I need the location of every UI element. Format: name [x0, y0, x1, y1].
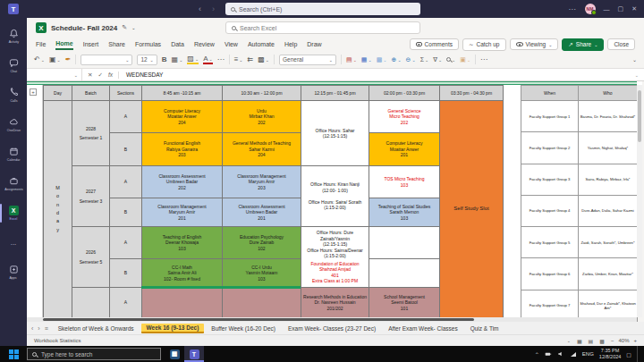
schedule-cell[interactable] — [223, 288, 301, 318]
confirm-entry-icon[interactable]: ✓ — [97, 72, 102, 79]
tab-share[interactable]: Share — [108, 39, 125, 49]
batch-cell-2026[interactable]: 2026Semester 5 — [72, 227, 110, 288]
schedule-cell[interactable]: Education Psychology Dure Zainab 102 — [223, 227, 301, 259]
schedule-cell[interactable]: General Methods of Teaching Sahar Kazmi … — [223, 133, 301, 166]
schedule-cell[interactable]: Teaching of English Deenar Khowaja 103 — [142, 227, 223, 259]
support-names-cell[interactable]: Basma, Dr. Fouzia, Dr. Shahzad* — [579, 101, 638, 132]
support-names-cell[interactable]: Saira, Rabiya, Mirbaz, Irfa* — [579, 164, 638, 196]
formula-value[interactable]: WEDNESDAY — [119, 72, 163, 78]
schedule-cell[interactable] — [369, 227, 440, 259]
schedule-cell[interactable]: Classroom Management Maryum Amir 201 — [142, 198, 223, 227]
notification-icon[interactable]: ▢ — [626, 351, 631, 358]
schedule-cell[interactable]: Teaching of Social Studies Sarath Memon … — [369, 198, 440, 227]
close-window-button[interactable]: ✕ — [631, 5, 637, 13]
font-size-select[interactable]: 12⌄ — [137, 55, 157, 65]
support-group-cell[interactable]: Faculty Support Group 1 — [521, 101, 579, 132]
file-name[interactable]: Schedule- Fall 2024 — [51, 24, 117, 32]
tab-view[interactable]: View — [225, 39, 238, 49]
excel-search-input[interactable]: Search Excel — [225, 21, 420, 34]
titlebar-more-icon[interactable]: ⋯ — [569, 5, 577, 13]
catch-up-button[interactable]: ∼Catch up — [462, 38, 505, 51]
format-as-table-button[interactable]: ▦⌄ — [361, 56, 372, 63]
normal-view-icon[interactable]: ▦ — [577, 338, 582, 344]
start-button[interactable] — [9, 349, 19, 359]
sheet-tab-after-exam[interactable]: After Exam Week- Classes — [383, 324, 463, 333]
office-hours-cell[interactable]: Office Hours: Dure Zainab/Yasmin (12:15-… — [301, 227, 369, 288]
fill-color-button[interactable]: ▨⌄ — [187, 55, 199, 64]
collapse-ribbon-button[interactable]: ⌄ — [632, 56, 637, 63]
font-color-button[interactable]: A⌄ — [203, 55, 213, 64]
conditional-formatting-button[interactable]: ▤⌄ — [346, 56, 357, 63]
insert-cells-button[interactable]: ⊕⌄ — [392, 56, 402, 63]
taskbar-teams-icon[interactable]: T — [184, 346, 204, 362]
self-study-cell[interactable]: Self Study Slot — [440, 101, 504, 318]
section-cell[interactable]: B — [110, 198, 142, 227]
sidebar-item-chat[interactable]: Chat — [0, 51, 27, 80]
schedule-cell[interactable]: TOS Micro Teaching 103 — [369, 166, 440, 198]
zoom-level[interactable]: 40% — [618, 338, 629, 343]
zoom-in-button[interactable]: + — [633, 338, 637, 343]
sidebar-item-assignments[interactable]: Assignments — [0, 169, 27, 198]
taskbar-search-input[interactable]: Type here to search — [27, 348, 161, 360]
tab-data[interactable]: Data — [171, 39, 184, 49]
tab-automate[interactable]: Automate — [248, 39, 275, 49]
sheet-nav-left-icon[interactable]: ‹ — [31, 325, 33, 332]
tab-insert[interactable]: Insert — [83, 39, 99, 49]
language-indicator[interactable]: ENG — [582, 351, 594, 357]
align-button[interactable]: ≡⌄ — [234, 55, 243, 63]
delete-cells-button[interactable]: ⊖⌄ — [406, 56, 416, 63]
schedule-cell[interactable] — [369, 259, 440, 288]
close-file-button[interactable]: Close — [607, 38, 635, 50]
tab-review[interactable]: Review — [194, 39, 215, 49]
cancel-entry-icon[interactable]: ✕ — [88, 72, 92, 79]
cell-styles-button[interactable]: ▩⌄ — [377, 56, 387, 63]
section-cell[interactable]: B — [110, 259, 142, 288]
section-cell[interactable]: A — [110, 227, 142, 259]
name-box[interactable]: ⌄ — [27, 69, 82, 80]
taskbar-app-icon[interactable]: ▩ — [165, 346, 184, 362]
section-cell[interactable]: A — [110, 101, 142, 133]
outline-expand-button[interactable]: + — [30, 88, 37, 96]
sheet-tab-exam-week[interactable]: Exam Week- Classes (23-27 Dec) — [283, 324, 381, 333]
all-sheets-icon[interactable]: ≡ — [45, 325, 48, 332]
support-group-cell[interactable]: Faculty Support Group 3 — [521, 164, 579, 196]
status-dropdown-icon[interactable]: ⌄ — [567, 338, 571, 343]
vertical-scrollbar[interactable] — [637, 85, 642, 317]
comments-button[interactable]: Comments — [410, 38, 459, 50]
office-hours-cell[interactable]: Office Hours: Sahar (12:15-1:15) — [301, 101, 369, 166]
schedule-cell[interactable]: CC-I Math Saima Amir Ali 102- Room # fix… — [142, 259, 223, 288]
tab-formulas[interactable]: Formulas — [135, 39, 161, 49]
workbook-statistics-button[interactable]: Workbook Statistics — [34, 338, 81, 343]
sidebar-item-more[interactable]: ... — [0, 228, 27, 257]
nav-forward-icon[interactable]: › — [212, 4, 215, 13]
day-cell-monday[interactable]: M o n d a y — [44, 101, 72, 318]
tab-file[interactable]: File — [36, 39, 46, 49]
taskbar-clock[interactable]: 7:35 PM 12/8/2024 — [599, 348, 621, 360]
support-group-cell[interactable]: Faculty Support Group 4 — [521, 196, 579, 227]
support-group-cell[interactable]: Faculty Support Group 6 — [521, 258, 579, 290]
horizontal-scrollbar-thumb[interactable] — [43, 318, 474, 321]
sheet-tab-week16[interactable]: Week 16 (9-13 Dec) — [141, 324, 205, 333]
sidebar-item-apps[interactable]: Apps — [0, 257, 27, 287]
support-group-cell[interactable]: Faculty Support Group 2 — [521, 132, 579, 164]
bold-button[interactable]: B — [162, 55, 167, 63]
tab-draw[interactable]: Draw — [307, 39, 321, 49]
schedule-cell[interactable]: Functional English Rabiya Ganatra 203 — [142, 133, 223, 166]
support-names-cell[interactable]: Dure-Adan, Dalia, Sahar Kazmi — [579, 196, 638, 227]
schedule-cell[interactable]: Classroom Assessment Umbreen Badar 202 — [142, 166, 223, 198]
share-button[interactable]: ↗Share⌄ — [562, 38, 604, 51]
support-names-cell[interactable]: Yasmin, Nighat, Shafaq* — [579, 132, 638, 164]
sidebar-item-activity[interactable]: Activity — [0, 21, 27, 51]
batch-cell-partial[interactable] — [72, 288, 110, 318]
tab-home[interactable]: Home — [55, 38, 72, 50]
sidebar-item-excel[interactable]: X Excel — [0, 198, 27, 228]
format-painter-button[interactable]: ✒ — [65, 55, 72, 63]
sheet-tab-skeleton[interactable]: Skeleton of Week & Onwards — [53, 324, 140, 333]
nav-back-icon[interactable]: ‹ — [199, 4, 201, 13]
wrap-text-button[interactable]: ⇇ — [248, 55, 254, 63]
font-more-button[interactable]: ⋯ — [217, 55, 225, 63]
page-layout-icon[interactable]: ▤ — [589, 338, 594, 344]
sidebar-item-calls[interactable]: Calls — [0, 80, 27, 110]
schedule-cell[interactable] — [142, 288, 223, 318]
schedule-cell[interactable]: General Science Micro Teaching 202 — [369, 101, 440, 133]
